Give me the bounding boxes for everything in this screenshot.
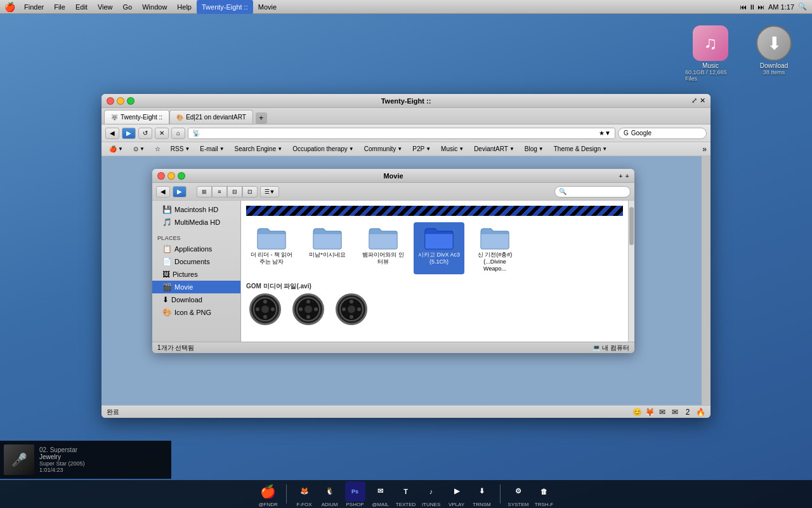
finder-forward-btn[interactable]: ▶ bbox=[173, 186, 187, 197]
sidebar-item-applications[interactable]: 📋 Applications bbox=[152, 243, 240, 255]
folder-item-0[interactable]: 더 리더 - 책 읽어주는 남자 bbox=[246, 222, 297, 274]
reload-button[interactable]: ↺ bbox=[138, 128, 152, 139]
home-button[interactable]: ⌂ bbox=[171, 128, 185, 139]
scrollbar-thumb[interactable] bbox=[629, 207, 634, 245]
dock-item-fndr[interactable]: 🍎 @FNDR bbox=[258, 481, 278, 507]
menu-view[interactable]: View bbox=[93, 0, 118, 14]
film-item-0[interactable] bbox=[246, 293, 284, 325]
folder-item-4[interactable]: 신 기전(#충#)(...Divine Weapo... bbox=[469, 222, 520, 274]
sidebar-item-movie[interactable]: 🎬 Movie bbox=[152, 281, 240, 293]
dock-label-fndr: @FNDR bbox=[258, 502, 277, 507]
tab-deviantart[interactable]: 🎨 Ed|21 on deviantART bbox=[169, 110, 253, 124]
menu-help[interactable]: Help bbox=[172, 0, 197, 14]
finder-list-view-btn[interactable]: ≡ bbox=[212, 186, 227, 197]
finder-min-btn[interactable] bbox=[167, 172, 175, 180]
finder-plusicon[interactable]: + bbox=[625, 172, 629, 180]
search-icon[interactable]: 🔍 bbox=[798, 3, 807, 11]
finder-cover-view-btn[interactable]: ⊡ bbox=[242, 186, 258, 197]
bm-apple[interactable]: 🍎 ▼ bbox=[105, 144, 127, 155]
bookmark-icon[interactable]: ★ bbox=[599, 130, 605, 137]
finder-maximize-icon[interactable]: + bbox=[619, 172, 622, 180]
svg-point-13 bbox=[348, 305, 355, 313]
dock-item-vplay[interactable]: ▶ VPLAY bbox=[447, 481, 467, 507]
new-tab-button[interactable]: + bbox=[256, 112, 267, 124]
bm-blog[interactable]: Blog ▼ bbox=[521, 144, 547, 155]
sidebar-item-pictures[interactable]: 🖼 Pictures bbox=[152, 268, 240, 281]
finder-back-btn[interactable]: ◀ bbox=[156, 186, 170, 197]
finder-sidebar: 💾 Macintosh HD 🎵 MultiMedia HD PLACES 📋 … bbox=[152, 201, 241, 342]
sidebar-item-icon-png[interactable]: 🎨 Icon & PNG bbox=[152, 306, 240, 319]
dock-item-itunes[interactable]: ♪ ITUNES bbox=[421, 481, 442, 507]
tab-twenty-eight[interactable]: 🐺 Twenty-Eight :: bbox=[104, 110, 169, 124]
bm-p2p-label: P2P bbox=[412, 145, 424, 152]
finder-scrollbar[interactable] bbox=[628, 201, 634, 342]
back-button[interactable]: ◀ bbox=[105, 128, 119, 139]
bm-deviantart[interactable]: DeviantART ▼ bbox=[470, 144, 518, 155]
folder-item-1[interactable]: 미남*이시네요 bbox=[302, 222, 353, 274]
bm-p2p[interactable]: P2P ▼ bbox=[409, 144, 435, 155]
status-mail-icon[interactable]: ✉ bbox=[657, 407, 667, 417]
dock-item-adium[interactable]: 🐧 ADIUM bbox=[320, 481, 340, 507]
dock-item-trnsm[interactable]: ⬇ TRNSM bbox=[472, 481, 492, 507]
minimize-button[interactable] bbox=[117, 97, 124, 105]
browser-close-icon[interactable]: ✕ bbox=[700, 97, 705, 105]
menu-finder[interactable]: Finder bbox=[19, 0, 49, 14]
finder-sort-btn[interactable]: ☰▼ bbox=[260, 186, 279, 197]
menu-edit[interactable]: Edit bbox=[70, 0, 93, 14]
folder-item-3[interactable]: 시카고 DivX Ac3 (5.1Ch) bbox=[414, 222, 464, 274]
close-button[interactable] bbox=[107, 97, 114, 105]
sidebar-item-multimedia-hd[interactable]: 🎵 MultiMedia HD bbox=[152, 216, 240, 229]
finder-right-controls: + + bbox=[619, 172, 629, 180]
menu-go[interactable]: Go bbox=[118, 0, 138, 14]
download-desktop-icon[interactable]: ⬇ Download 38 Items bbox=[749, 25, 799, 76]
bm-bookmark-star[interactable]: ☆ bbox=[151, 144, 164, 155]
bm-music[interactable]: Music ▼ bbox=[437, 144, 468, 155]
dock-item-texted[interactable]: T TEXTED bbox=[396, 481, 416, 507]
bm-history[interactable]: ⊙ ▼ bbox=[129, 144, 148, 155]
svg-point-9 bbox=[306, 315, 310, 319]
bookmarks-more-button[interactable]: » bbox=[702, 145, 707, 154]
download-icon-sublabel: 38 Items bbox=[763, 69, 785, 76]
finder-search-bar[interactable]: 🔍 bbox=[554, 186, 631, 197]
finder-close-btn[interactable] bbox=[157, 172, 165, 180]
film-item-2[interactable] bbox=[332, 293, 370, 325]
status-firefox-icon[interactable]: 🦊 bbox=[645, 407, 655, 417]
finder-window: Movie + + ◀ ▶ ⊞ ≡ ⊟ ⊡ ☰▼ 🔍 bbox=[152, 169, 634, 353]
forward-button[interactable]: ▶ bbox=[122, 128, 136, 139]
music-desktop-icon[interactable]: ♫ Music 60.1GB / 12,665 Files bbox=[685, 25, 736, 82]
url-dropdown-icon[interactable]: ▼ bbox=[605, 130, 611, 137]
bm-occupation[interactable]: Occupation therapy ▼ bbox=[289, 144, 358, 155]
browser-vscroll[interactable] bbox=[702, 156, 710, 405]
detach-icon[interactable]: ⤢ bbox=[691, 97, 697, 105]
folder-item-2[interactable]: 뱀파이어와의 인터뷰 bbox=[358, 222, 409, 274]
browser-search-bar[interactable]: G Google bbox=[618, 128, 707, 139]
menu-window[interactable]: Window bbox=[137, 0, 172, 14]
folder-icon-3 bbox=[424, 225, 454, 250]
bm-community[interactable]: Community ▼ bbox=[360, 144, 407, 155]
stop-button[interactable]: ✕ bbox=[155, 128, 169, 139]
menu-file[interactable]: File bbox=[49, 0, 70, 14]
bm-email[interactable]: E-mail ▼ bbox=[196, 144, 228, 155]
finder-max-btn[interactable] bbox=[178, 172, 185, 180]
browser-bookmarks-bar: 🍎 ▼ ⊙ ▼ ☆ RSS ▼ E-mail ▼ Search Engine ▼… bbox=[102, 142, 710, 156]
status-mail2-icon[interactable]: ✉ bbox=[670, 407, 680, 417]
bm-rss[interactable]: RSS ▼ bbox=[167, 144, 193, 155]
dock-item-mail[interactable]: ✉ @MAIL bbox=[370, 481, 391, 507]
status-fire-icon[interactable]: 🔥 bbox=[695, 407, 705, 417]
dock-item-system[interactable]: ⚙ SYSTEM bbox=[508, 481, 529, 507]
finder-icon-view-btn[interactable]: ⊞ bbox=[197, 186, 212, 197]
dock-item-ffox[interactable]: 🦊 F-FOX bbox=[294, 481, 315, 507]
url-bar[interactable]: 📡 ★ ▼ bbox=[188, 128, 615, 139]
status-smiley-icon[interactable]: 😊 bbox=[632, 407, 642, 417]
maximize-button[interactable] bbox=[127, 97, 134, 105]
apple-menu[interactable]: 🍎 bbox=[0, 2, 19, 12]
sidebar-item-download[interactable]: ⬇ Download bbox=[152, 293, 240, 306]
film-item-1[interactable] bbox=[289, 293, 327, 325]
dock-item-trash[interactable]: 🗑 TRSH-F bbox=[534, 481, 554, 507]
dock-item-pshop[interactable]: Ps PSHOP bbox=[345, 481, 365, 507]
bm-theme[interactable]: Theme & Design ▼ bbox=[550, 144, 611, 155]
sidebar-item-documents[interactable]: 📄 Documents bbox=[152, 255, 240, 268]
bm-search-engine[interactable]: Search Engine ▼ bbox=[231, 144, 287, 155]
sidebar-item-macintosh-hd[interactable]: 💾 Macintosh HD bbox=[152, 203, 240, 216]
finder-column-view-btn[interactable]: ⊟ bbox=[227, 186, 242, 197]
